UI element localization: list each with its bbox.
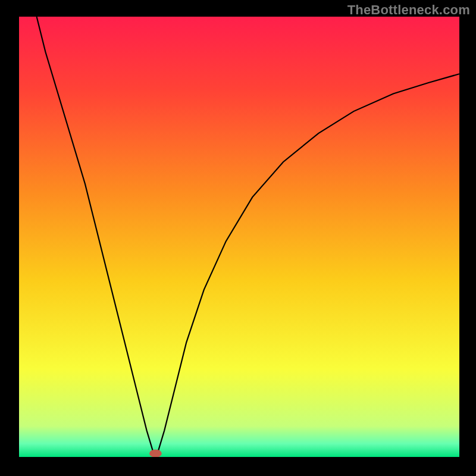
- bottleneck-chart: [19, 17, 459, 457]
- chart-background: [19, 17, 459, 457]
- watermark-text: TheBottleneck.com: [347, 2, 470, 18]
